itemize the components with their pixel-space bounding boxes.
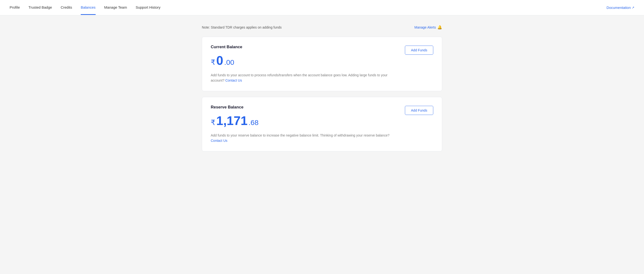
current-balance-decimal: .00 <box>224 58 234 66</box>
current-balance-card: Current Balance ₹ 0 .00 Add funds to you… <box>202 37 442 91</box>
current-balance-card-left: Current Balance ₹ 0 .00 Add funds to you… <box>211 45 395 83</box>
current-balance-description: Add funds to your account to process ref… <box>211 72 395 83</box>
reserve-balance-card-right: Add Funds <box>405 105 433 115</box>
current-balance-title: Current Balance <box>211 45 395 49</box>
documentation-link[interactable]: Documentation ↗ <box>606 5 634 9</box>
current-balance-main: 0 <box>216 53 223 68</box>
current-balance-add-funds-button[interactable]: Add Funds <box>405 46 433 55</box>
current-balance-amount: ₹ 0 .00 <box>211 53 395 68</box>
nav-right: Documentation ↗ <box>606 5 634 9</box>
nav-item-trusted-badge[interactable]: Trusted Badge <box>28 0 52 15</box>
note-bar: Note: Standard TDR charges applies on ad… <box>202 25 442 29</box>
reserve-balance-card-left: Reserve Balance ₹ 1,171 .68 Add funds to… <box>211 105 395 143</box>
note-text: Note: Standard TDR charges applies on ad… <box>202 25 282 29</box>
nav-left: Profile Trusted Badge Credits Balances M… <box>10 0 160 15</box>
nav-item-manage-team[interactable]: Manage Team <box>104 0 127 15</box>
reserve-balance-amount: ₹ 1,171 .68 <box>211 114 395 128</box>
reserve-balance-card: Reserve Balance ₹ 1,171 .68 Add funds to… <box>202 97 442 151</box>
reserve-balance-decimal: .68 <box>248 119 258 127</box>
nav-item-profile[interactable]: Profile <box>10 0 20 15</box>
reserve-balance-title: Reserve Balance <box>211 105 395 110</box>
current-balance-card-right: Add Funds <box>405 45 433 55</box>
reserve-balance-main: 1,171 <box>216 114 248 128</box>
manage-alerts-label: Manage Alerts <box>414 25 436 29</box>
current-balance-symbol: ₹ <box>211 58 215 66</box>
nav-item-credits[interactable]: Credits <box>60 0 72 15</box>
navbar: Profile Trusted Badge Credits Balances M… <box>0 0 644 15</box>
reserve-balance-symbol: ₹ <box>211 118 215 127</box>
reserve-balance-description: Add funds to your reserve balance to inc… <box>211 133 395 143</box>
external-link-icon: ↗ <box>632 6 634 9</box>
main-content: Note: Standard TDR charges applies on ad… <box>197 15 447 167</box>
documentation-label: Documentation <box>606 5 631 9</box>
reserve-balance-add-funds-button[interactable]: Add Funds <box>405 106 433 115</box>
manage-alerts-link[interactable]: Manage Alerts 🔔 <box>414 25 442 29</box>
current-balance-contact-link[interactable]: Contact Us <box>226 78 242 82</box>
nav-item-support-history[interactable]: Support History <box>136 0 160 15</box>
nav-item-balances[interactable]: Balances <box>81 0 96 15</box>
bell-icon: 🔔 <box>437 25 442 29</box>
reserve-balance-contact-link[interactable]: Contact Us <box>211 139 227 142</box>
